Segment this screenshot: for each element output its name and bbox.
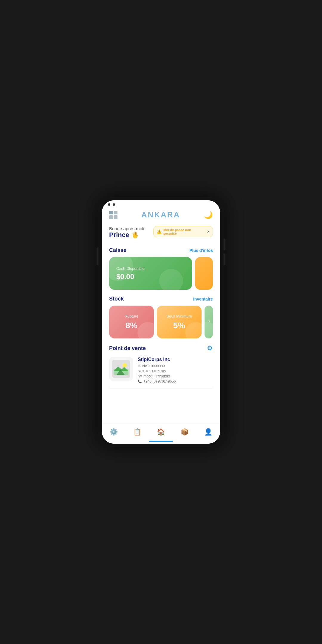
- caisse-cards: Cash Disponible $0.00: [109, 257, 213, 290]
- bottom-nav: ⚙️ 📋 🏠 📦 👤: [102, 424, 220, 439]
- stock-surplus-label: S: [208, 319, 210, 323]
- grid-square-3: [109, 215, 113, 219]
- grid-icon[interactable]: [109, 211, 117, 219]
- warning-text: Mot de passe non securisé: [163, 228, 204, 235]
- pdv-rccm: RCCM: HJHpOiio: [138, 369, 213, 373]
- notch-bar: [102, 200, 220, 207]
- caisse-title: Caisse: [109, 247, 126, 253]
- user-name: Prince: [109, 231, 129, 239]
- cash-card-value: $0.00: [116, 273, 185, 281]
- nav-item-profile[interactable]: 👤: [199, 427, 217, 437]
- app-title: ANKARA: [141, 210, 180, 219]
- app-header: ANKARA 🌙: [102, 207, 220, 224]
- pdv-id-nat: ID NAT: 0999089: [138, 364, 213, 368]
- notch-cameras: [108, 203, 115, 206]
- stock-seuil-value: 5%: [173, 321, 185, 330]
- volume-down-button: [224, 253, 225, 265]
- stock-rupture-value: 8%: [126, 321, 137, 330]
- pdv-title: Point de vente: [109, 345, 146, 352]
- settings-nav-icon: ⚙️: [110, 428, 118, 436]
- orange-card[interactable]: [195, 257, 213, 290]
- stock-cards: Rupture 8% Seuil Minimum 5% S: [109, 306, 213, 338]
- pdv-info: StipiCorps Inc ID NAT: 0999089 RCCM: HJH…: [138, 357, 213, 383]
- stock-card-surplus[interactable]: S: [205, 306, 213, 338]
- stock-card-rupture[interactable]: Rupture 8%: [109, 306, 154, 338]
- scroll-content: Bonne après-midi Prince 🖐 ⚠️ Mot de pass…: [102, 224, 220, 424]
- greeting-name: Prince 🖐: [109, 231, 153, 239]
- indicator-bar: [149, 441, 173, 442]
- camera-dot-2: [113, 203, 115, 206]
- caisse-section: Caisse Plus d'infos Cash Disponible $0.0…: [102, 244, 220, 292]
- volume-up-button: [224, 239, 225, 250]
- warning-close-button[interactable]: ✕: [207, 230, 210, 234]
- section-divider: [109, 388, 213, 388]
- stock-seuil-label: Seuil Minimum: [166, 314, 192, 318]
- warning-icon: ⚠️: [157, 229, 162, 234]
- phone-frame: ANKARA 🌙 Bonne après-midi Prince 🖐 ⚠️ Mo…: [98, 197, 224, 447]
- moon-icon[interactable]: 🌙: [204, 211, 213, 219]
- nav-item-inventory[interactable]: 📦: [176, 427, 193, 437]
- power-button: [97, 247, 98, 265]
- pdv-logo: [109, 357, 133, 381]
- pdv-phone-number: +243 (0) 970149656: [143, 379, 176, 383]
- stock-title: Stock: [109, 296, 124, 302]
- stock-card-seuil[interactable]: Seuil Minimum 5%: [157, 306, 202, 338]
- pdv-impot: Nº Impôt: Fjfjfhjdkrkr: [138, 374, 213, 378]
- bottom-indicator: [102, 439, 220, 444]
- pdv-card: StipiCorps Inc ID NAT: 0999089 RCCM: HJH…: [109, 357, 213, 383]
- grid-square-4: [114, 215, 118, 219]
- warning-banner[interactable]: ⚠️ Mot de passe non securisé ✕: [153, 226, 213, 237]
- pdv-header: Point de vente ⚙: [109, 344, 213, 352]
- camera-dot-1: [108, 203, 110, 206]
- phone-icon: 📞: [138, 380, 142, 383]
- cash-disponible-card[interactable]: Cash Disponible $0.00: [109, 257, 192, 290]
- pdv-settings-icon[interactable]: ⚙: [207, 344, 213, 352]
- stock-rupture-label: Rupture: [125, 314, 138, 318]
- caisse-section-header: Caisse Plus d'infos: [109, 247, 213, 253]
- nav-item-home[interactable]: 🏠: [152, 427, 170, 437]
- greeting-text: Bonne après-midi: [109, 226, 153, 231]
- greeting-left: Bonne après-midi Prince 🖐: [109, 226, 153, 239]
- caisse-link[interactable]: Plus d'infos: [189, 248, 213, 253]
- inventory-nav-icon: 📦: [181, 428, 189, 436]
- cash-card-label: Cash Disponible: [116, 266, 185, 271]
- pdv-phone: 📞 +243 (0) 970149656: [138, 379, 213, 383]
- stock-section: Stock Inventaire Rupture 8% Seuil Minimu…: [102, 292, 220, 341]
- profile-nav-icon: 👤: [204, 428, 212, 436]
- stock-link[interactable]: Inventaire: [193, 297, 213, 301]
- nav-item-settings[interactable]: ⚙️: [105, 427, 123, 437]
- nav-item-reports[interactable]: 📋: [129, 427, 146, 437]
- pdv-company-name: StipiCorps Inc: [138, 357, 213, 362]
- grid-square-2: [114, 211, 118, 215]
- svg-point-3: [123, 363, 127, 367]
- phone-screen: ANKARA 🌙 Bonne après-midi Prince 🖐 ⚠️ Mo…: [102, 200, 220, 444]
- pdv-logo-svg: [112, 360, 130, 378]
- pdv-section: Point de vente ⚙: [102, 341, 220, 386]
- reports-nav-icon: 📋: [133, 428, 141, 436]
- hand-emoji: 🖐: [131, 231, 139, 239]
- home-nav-icon: 🏠: [157, 428, 165, 436]
- grid-square-1: [109, 211, 113, 215]
- stock-section-header: Stock Inventaire: [109, 296, 213, 302]
- greeting-section: Bonne après-midi Prince 🖐 ⚠️ Mot de pass…: [102, 224, 220, 244]
